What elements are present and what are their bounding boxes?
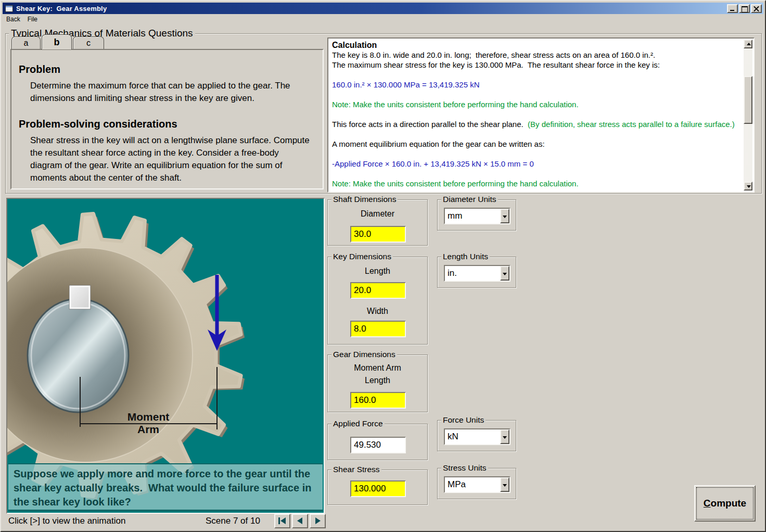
shaft bbox=[28, 299, 129, 412]
applied-force-input[interactable] bbox=[350, 437, 406, 453]
calc-line: The key is 8.0 in. wide and 20.0 in. lon… bbox=[332, 50, 744, 60]
chevron-down-icon bbox=[503, 436, 507, 439]
scroll-up-button[interactable] bbox=[744, 40, 752, 48]
moment-arm-length-label2: Length bbox=[328, 376, 427, 385]
menu-bar: Back File bbox=[3, 14, 763, 24]
length-units-select[interactable]: in. bbox=[444, 265, 510, 282]
calc-line: This force acts in a direction parallel … bbox=[332, 119, 744, 129]
calculation-title: Calculation bbox=[332, 40, 744, 50]
close-button[interactable] bbox=[751, 4, 762, 13]
next-icon bbox=[311, 515, 325, 527]
length-units-value: in. bbox=[448, 268, 457, 278]
shear-stress-group: Shear Stress bbox=[327, 470, 428, 505]
diameter-input[interactable] bbox=[350, 226, 406, 243]
calc-line: The maximum shear stress for the key is … bbox=[332, 60, 744, 70]
gear-dimensions-group: Gear Dimensions Moment Arm Length bbox=[327, 354, 428, 412]
skip-to-first-icon bbox=[275, 515, 289, 527]
length-label: Length bbox=[328, 267, 427, 276]
problem-solving-heading: Problem-solving considerations bbox=[19, 118, 313, 130]
force-units-group: Force Units kN bbox=[437, 420, 516, 451]
shaft-dimensions-group: Shaft Dimensions Diameter bbox=[327, 199, 428, 246]
key-dimensions-label: Key Dimensions bbox=[331, 252, 393, 261]
next-scene-button[interactable] bbox=[310, 514, 326, 528]
problem-panel: Problem Determine the maximum force that… bbox=[10, 49, 324, 189]
stress-units-select[interactable]: MPa bbox=[444, 476, 510, 493]
maximize-button[interactable] bbox=[739, 4, 750, 13]
dropdown-button[interactable] bbox=[500, 209, 509, 223]
scroll-down-button[interactable] bbox=[744, 182, 752, 191]
dropdown-button[interactable] bbox=[500, 429, 509, 444]
key-length-input[interactable] bbox=[350, 282, 406, 299]
calc-note: Note: Make the units consistent before p… bbox=[332, 179, 744, 188]
diameter-units-select[interactable]: mm bbox=[444, 208, 510, 224]
calc-formula: -Applied Force × 160.0 in. + 13,419.325 … bbox=[332, 159, 744, 169]
minimize-button[interactable] bbox=[727, 4, 738, 13]
shear-stress-label: Shear Stress bbox=[331, 465, 381, 474]
shear-stress-input[interactable] bbox=[350, 480, 406, 497]
animation-hint: Click [>] to view the animation bbox=[8, 516, 125, 526]
previous-scene-button[interactable] bbox=[292, 514, 308, 528]
tab-b[interactable]: b bbox=[42, 34, 72, 49]
gear-dimensions-label: Gear Dimensions bbox=[331, 350, 397, 359]
stress-units-group: Stress Units MPa bbox=[437, 468, 516, 499]
calc-note: Note: Make the units consistent before p… bbox=[332, 99, 744, 109]
diameter-label: Diameter bbox=[328, 209, 427, 219]
width-label: Width bbox=[328, 307, 427, 316]
scene-caption: Suppose we apply more and more force to … bbox=[8, 463, 323, 511]
diameter-units-value: mm bbox=[448, 211, 462, 221]
moment-arm-label-line2: Arm bbox=[137, 423, 159, 435]
diameter-units-label: Diameter Units bbox=[441, 195, 498, 204]
previous-icon bbox=[293, 515, 307, 527]
compute-button[interactable]: Compute bbox=[694, 485, 756, 522]
calculation-panel: Calculation The key is 8.0 in. wide and … bbox=[327, 37, 755, 193]
problem-text: Determine the maximum force that can be … bbox=[19, 80, 313, 105]
shaft-dimensions-label: Shaft Dimensions bbox=[331, 195, 398, 204]
calc-line: A moment equilibrium equation for the ge… bbox=[332, 139, 744, 149]
force-units-value: kN bbox=[448, 432, 458, 442]
compute-button-label: Compute bbox=[696, 487, 754, 520]
gear-diagram: Moment Arm Suppose we apply more and mor… bbox=[6, 198, 325, 514]
calculation-text: Calculation The key is 8.0 in. wide and … bbox=[329, 40, 744, 191]
first-scene-button[interactable] bbox=[274, 514, 290, 528]
menu-item-file[interactable]: File bbox=[24, 15, 41, 24]
force-units-label: Force Units bbox=[441, 415, 486, 425]
tab-a[interactable]: a bbox=[11, 36, 41, 49]
calculation-scrollbar[interactable] bbox=[744, 40, 752, 191]
chevron-down-icon bbox=[503, 216, 507, 218]
moment-arm-label-line1: Moment bbox=[127, 411, 170, 423]
problem-heading: Problem bbox=[19, 64, 313, 75]
diameter-units-group: Diameter Units mm bbox=[437, 199, 516, 231]
shear-key bbox=[70, 286, 90, 308]
applied-force-label: Applied Force bbox=[331, 419, 385, 428]
menu-item-back[interactable]: Back bbox=[3, 15, 24, 24]
length-units-group: Length Units in. bbox=[437, 257, 516, 288]
force-units-select[interactable]: kN bbox=[444, 428, 510, 445]
length-units-label: Length Units bbox=[441, 252, 490, 261]
chevron-down-icon bbox=[503, 484, 507, 487]
tab-c[interactable]: c bbox=[73, 36, 104, 49]
stress-units-value: MPa bbox=[448, 479, 466, 490]
dropdown-button[interactable] bbox=[500, 477, 509, 492]
moment-arm-length-input[interactable] bbox=[350, 392, 406, 409]
stress-units-label: Stress Units bbox=[441, 463, 488, 473]
scroll-down-icon bbox=[747, 185, 751, 188]
scroll-thumb[interactable] bbox=[744, 76, 752, 124]
scroll-up-icon bbox=[747, 43, 751, 45]
key-width-input[interactable] bbox=[350, 321, 406, 337]
app-icon bbox=[5, 5, 13, 12]
title-bar: Shear Key: Gear Assembly bbox=[3, 3, 763, 14]
calc-formula: 160.0 in.² × 130.000 MPa = 13,419.325 kN bbox=[332, 80, 744, 90]
chevron-down-icon bbox=[503, 273, 507, 275]
applied-force-group: Applied Force bbox=[327, 424, 428, 460]
scene-counter: Scene 7 of 10 bbox=[206, 516, 260, 526]
dropdown-button[interactable] bbox=[500, 266, 509, 281]
moment-arm-length-label: Moment Arm bbox=[328, 363, 427, 373]
window-title: Shear Key: Gear Assembly bbox=[15, 5, 107, 12]
problem-solving-text: Shear stress in the key will act on a le… bbox=[19, 134, 313, 184]
key-dimensions-group: Key Dimensions Length Width bbox=[327, 257, 428, 345]
app-window: Shear Key: Gear Assembly Back File Typic… bbox=[0, 0, 766, 532]
